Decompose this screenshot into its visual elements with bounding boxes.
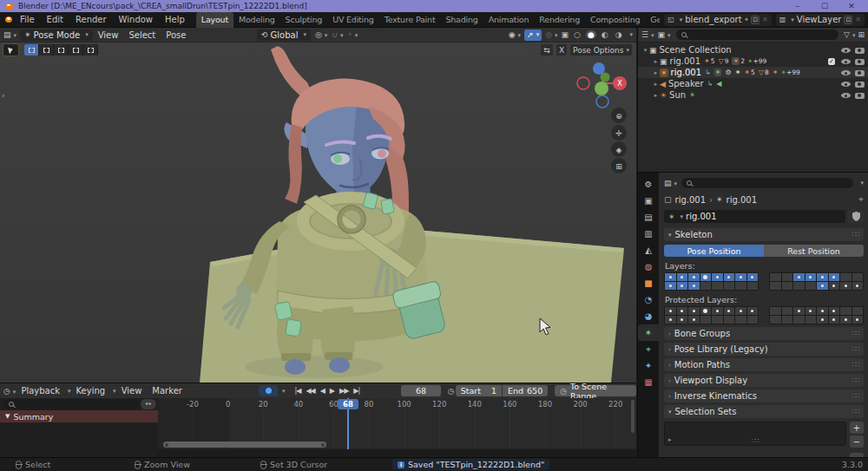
menu-help[interactable]: Help bbox=[159, 15, 191, 24]
properties-tab-tool[interactable]: ⚙ bbox=[638, 176, 659, 193]
layer-toggle[interactable] bbox=[829, 273, 840, 281]
layer-toggle[interactable] bbox=[735, 307, 746, 315]
layer-toggle[interactable] bbox=[747, 316, 759, 324]
layer-toggle[interactable] bbox=[817, 307, 828, 315]
menu-render[interactable]: Render bbox=[69, 15, 113, 24]
toolbar-expand-arrow[interactable]: › bbox=[2, 91, 5, 100]
expand-caret-icon[interactable]: ▾ bbox=[641, 47, 649, 54]
panel-header-bone-groups[interactable]: ›Bone Groups∷∷ bbox=[664, 327, 864, 340]
layer-toggle[interactable] bbox=[806, 316, 817, 324]
layer-toggle[interactable] bbox=[793, 307, 805, 315]
layer-toggle[interactable] bbox=[735, 273, 746, 281]
layer-toggle[interactable] bbox=[688, 282, 700, 290]
workspace-tab-shading[interactable]: Shading bbox=[440, 12, 483, 28]
properties-tab-object-data[interactable]: ✶ bbox=[638, 324, 659, 341]
expand-caret-icon[interactable]: ▸ bbox=[652, 69, 660, 76]
disable-render-camera-icon[interactable] bbox=[855, 93, 865, 99]
overlays-toggle-icon[interactable]: ◎▾ bbox=[545, 30, 557, 39]
layer-toggle[interactable] bbox=[852, 273, 864, 281]
view-layer-selector[interactable]: ▥▾ ViewLayer ⊡ ✕ bbox=[776, 14, 865, 26]
pin-icon[interactable]: ⌖ bbox=[745, 16, 749, 24]
shading-dropdown-icon[interactable]: ▾ bbox=[629, 31, 633, 38]
play-reverse-button[interactable]: ◀ bbox=[318, 387, 327, 395]
layer-toggle[interactable] bbox=[817, 273, 828, 281]
layer-toggle[interactable] bbox=[688, 307, 700, 315]
new-view-layer-icon[interactable]: ⊡ bbox=[844, 16, 852, 24]
fake-user-shield-button[interactable] bbox=[848, 210, 864, 223]
outliner-row-scene-collection-0[interactable]: ▾▣Scene Collection bbox=[638, 44, 868, 56]
selection-sets-panel-header[interactable]: ▾ Selection Sets ∷∷ bbox=[664, 405, 864, 418]
next-keyframe-button[interactable]: ▶▶ bbox=[337, 387, 351, 395]
properties-tab-object[interactable]: ■ bbox=[638, 275, 659, 291]
viewport-3d[interactable]: X ⊕ ✛ ◈ ⊞ › ⇆ X bbox=[0, 43, 636, 383]
rest-position-button[interactable]: Rest Position bbox=[764, 245, 864, 257]
layer-toggle[interactable] bbox=[677, 273, 688, 281]
outliner-row-rig-001-1[interactable]: ▸▣rig.001✶5▽9✶2⌖+99✓ bbox=[638, 56, 868, 67]
properties-tab-world[interactable]: ◍ bbox=[638, 258, 659, 275]
axis-negz-ball[interactable] bbox=[596, 95, 608, 108]
add-selection-set-button[interactable]: + bbox=[850, 422, 864, 434]
axis-negy-ball[interactable] bbox=[595, 82, 608, 95]
maximize-button[interactable]: ☐ bbox=[813, 2, 836, 10]
layer-toggle[interactable] bbox=[712, 307, 723, 315]
previous-keyframe-button[interactable]: ◀◀ bbox=[303, 387, 317, 395]
layer-toggle[interactable] bbox=[840, 307, 852, 315]
layer-toggle[interactable] bbox=[677, 307, 688, 315]
shading-material-icon[interactable]: ◐ bbox=[600, 30, 610, 39]
playhead-frame-badge[interactable]: 68 bbox=[338, 399, 358, 409]
panel-header-viewport-display[interactable]: ›Viewport Display∷∷ bbox=[664, 374, 864, 387]
pose-options-dropdown[interactable]: Pose Options ▾ bbox=[570, 44, 632, 56]
layer-toggle[interactable] bbox=[806, 307, 817, 315]
properties-search-input[interactable] bbox=[681, 178, 853, 188]
layer-toggle[interactable] bbox=[665, 282, 676, 290]
layer-toggle[interactable] bbox=[829, 316, 840, 324]
properties-tab-physics[interactable]: ◕ bbox=[638, 308, 659, 324]
outliner-item-label[interactable]: rig.001 bbox=[670, 56, 701, 66]
viewport-menu-view[interactable]: View bbox=[93, 30, 124, 40]
outliner-filter-icon[interactable]: ▽▾ bbox=[844, 30, 855, 39]
xray-toggle-icon[interactable]: ▣ bbox=[562, 30, 569, 39]
proportional-edit-icon[interactable]: ◦▾ bbox=[347, 30, 358, 39]
new-collection-icon[interactable]: ⊞ bbox=[858, 30, 865, 39]
layer-toggle[interactable] bbox=[688, 273, 700, 281]
properties-editor-icon[interactable]: ▤▾ bbox=[664, 179, 677, 187]
mirror-x-button[interactable]: X bbox=[556, 44, 567, 56]
layer-toggle[interactable] bbox=[747, 273, 759, 281]
layer-toggle[interactable] bbox=[840, 316, 852, 324]
properties-tab-scene[interactable]: ◭ bbox=[638, 242, 659, 258]
hide-eye-icon[interactable] bbox=[841, 70, 851, 75]
layer-toggle[interactable] bbox=[724, 316, 735, 324]
axis-negx-ball[interactable] bbox=[577, 77, 589, 89]
to-scene-range-button[interactable]: ◷ To Scene Range bbox=[555, 385, 636, 396]
channel-expand-button[interactable]: ↔ bbox=[141, 399, 156, 409]
layer-toggle[interactable] bbox=[829, 307, 840, 315]
layer-toggle[interactable] bbox=[793, 273, 805, 281]
shading-wireframe-icon[interactable]: ○ bbox=[572, 30, 582, 39]
disable-render-camera-icon[interactable] bbox=[855, 82, 865, 88]
outliner-row-speaker-3[interactable]: ▸◀Speaker↳◀ bbox=[638, 78, 868, 89]
frame-start-field[interactable]: Start 1 bbox=[456, 385, 502, 396]
workspace-tab-layout[interactable]: Layout bbox=[196, 12, 233, 28]
workspace-tab-animation[interactable]: Animation bbox=[483, 12, 535, 28]
select-mode-invert[interactable] bbox=[69, 44, 83, 56]
layer-toggle[interactable] bbox=[829, 282, 840, 290]
layer-toggle[interactable] bbox=[806, 273, 817, 281]
exclude-checkbox[interactable]: ✓ bbox=[828, 58, 835, 65]
properties-tab-modifier[interactable]: ◔ bbox=[638, 291, 659, 308]
select-mode-extend[interactable] bbox=[39, 44, 54, 56]
layer-toggle[interactable] bbox=[735, 316, 746, 324]
play-button[interactable]: ▶ bbox=[327, 387, 337, 395]
properties-tab-view-layer[interactable]: ▥ bbox=[638, 226, 659, 242]
auto-keying-record-button[interactable] bbox=[259, 385, 278, 396]
layer-toggle[interactable] bbox=[688, 316, 700, 324]
layer-toggle[interactable] bbox=[747, 307, 759, 315]
armature-name-field[interactable]: ✶▾ rig.001 bbox=[664, 210, 845, 223]
select-mode-new[interactable] bbox=[24, 44, 39, 56]
disable-render-camera-icon[interactable] bbox=[855, 59, 865, 65]
menu-window[interactable]: Window bbox=[113, 15, 159, 24]
properties-options-icon[interactable]: ▾ bbox=[860, 180, 864, 186]
properties-tab-output[interactable]: ▤ bbox=[638, 209, 659, 226]
active-tool-box-select[interactable] bbox=[3, 43, 19, 56]
remove-selection-set-button[interactable]: − bbox=[850, 435, 864, 448]
layer-toggle[interactable] bbox=[665, 307, 676, 315]
